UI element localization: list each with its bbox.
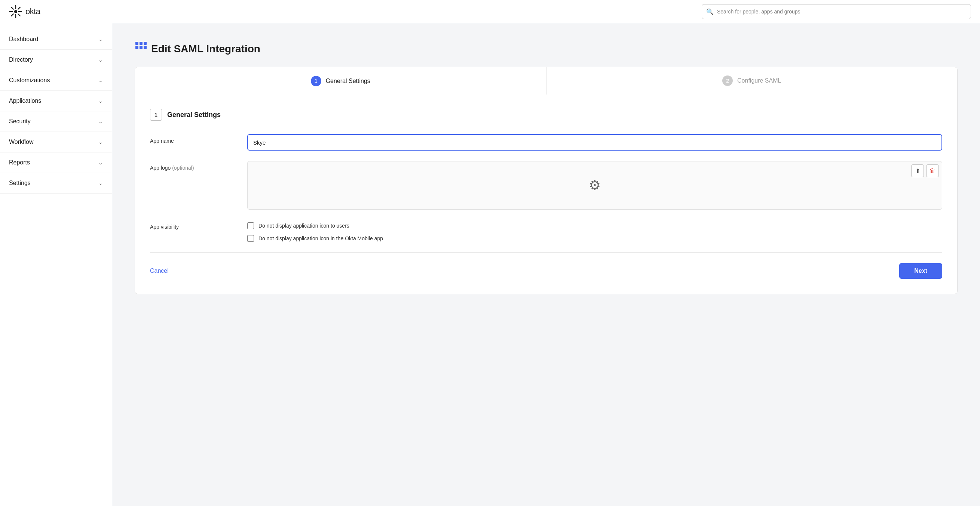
svg-line-6 <box>18 14 20 16</box>
svg-rect-12 <box>135 46 138 49</box>
app-visibility-field: App visibility Do not display applicatio… <box>150 220 942 242</box>
cancel-button[interactable]: Cancel <box>150 265 169 277</box>
svg-line-7 <box>18 7 20 9</box>
visibility-option-users[interactable]: Do not display application icon to users <box>247 222 942 229</box>
sidebar-item-dashboard[interactable]: Dashboard ⌄ <box>0 29 112 50</box>
sidebar-item-applications[interactable]: Applications ⌄ <box>0 91 112 111</box>
app-logo-input-wrap: ⬆ 🗑 ⚙ <box>247 161 942 209</box>
chevron-down-icon: ⌄ <box>99 77 103 83</box>
svg-rect-13 <box>140 46 143 49</box>
app-visibility-label: App visibility <box>150 220 232 230</box>
section-number: 1 <box>150 109 162 121</box>
saml-grid-icon <box>135 41 147 56</box>
tab-general-settings[interactable]: 1 General Settings <box>135 67 546 95</box>
svg-line-8 <box>11 14 13 16</box>
sidebar-item-workflow[interactable]: Workflow ⌄ <box>0 132 112 152</box>
logo-upload-buttons: ⬆ 🗑 <box>911 165 939 177</box>
form-card: 1 General Settings App name App logo (op… <box>135 95 958 294</box>
visibility-users-checkbox[interactable] <box>247 222 254 229</box>
step1-badge: 1 <box>311 76 321 86</box>
app-name-input-wrap <box>247 134 942 151</box>
navbar: okta 🔍 <box>0 0 980 23</box>
section-title-row: 1 General Settings <box>150 109 942 121</box>
sidebar: Dashboard ⌄ Directory ⌄ Customizations ⌄… <box>0 23 112 506</box>
sidebar-item-label: Dashboard <box>9 36 38 43</box>
okta-logo: okta <box>9 5 40 18</box>
app-name-field: App name <box>150 134 942 151</box>
tab-configure-saml[interactable]: 2 Configure SAML <box>546 67 958 95</box>
page-title: Edit SAML Integration <box>151 43 260 55</box>
form-footer: Cancel Next <box>150 252 942 279</box>
okta-sunburst-icon <box>9 5 22 18</box>
step2-badge: 2 <box>722 76 733 86</box>
step2-label: Configure SAML <box>737 77 781 84</box>
steps-tabs: 1 General Settings 2 Configure SAML <box>135 67 958 95</box>
app-logo-field: App logo (optional) ⬆ 🗑 ⚙ <box>150 161 942 209</box>
chevron-down-icon: ⌄ <box>99 180 103 186</box>
sidebar-item-security[interactable]: Security ⌄ <box>0 111 112 132</box>
sidebar-item-settings[interactable]: Settings ⌄ <box>0 173 112 194</box>
page-title-row: Edit SAML Integration <box>135 41 958 56</box>
sidebar-item-customizations[interactable]: Customizations ⌄ <box>0 70 112 91</box>
chevron-down-icon: ⌄ <box>99 98 103 104</box>
svg-point-0 <box>14 10 17 13</box>
svg-rect-10 <box>140 42 143 45</box>
app-name-label: App name <box>150 134 232 144</box>
visibility-mobile-label: Do not display application icon in the O… <box>258 235 383 241</box>
app-logo-label: App logo (optional) <box>150 161 232 171</box>
search-icon: 🔍 <box>706 8 714 15</box>
sidebar-item-label: Directory <box>9 56 33 63</box>
app-layout: Dashboard ⌄ Directory ⌄ Customizations ⌄… <box>0 23 980 506</box>
upload-logo-button[interactable]: ⬆ <box>911 165 924 177</box>
okta-wordmark: okta <box>25 7 40 16</box>
svg-rect-9 <box>135 42 138 45</box>
chevron-down-icon: ⌄ <box>99 160 103 165</box>
delete-logo-button[interactable]: 🗑 <box>926 165 939 177</box>
chevron-down-icon: ⌄ <box>99 57 103 63</box>
sidebar-item-directory[interactable]: Directory ⌄ <box>0 50 112 70</box>
visibility-option-mobile[interactable]: Do not display application icon in the O… <box>247 235 942 242</box>
sidebar-item-label: Applications <box>9 98 41 104</box>
search-bar: 🔍 <box>702 4 971 19</box>
chevron-down-icon: ⌄ <box>99 119 103 124</box>
sidebar-item-label: Reports <box>9 159 30 166</box>
logo-upload-area: ⬆ 🗑 ⚙ <box>247 161 942 209</box>
next-button[interactable]: Next <box>899 263 942 279</box>
sidebar-item-label: Customizations <box>9 77 50 84</box>
main-content: Edit SAML Integration 1 General Settings… <box>112 23 980 506</box>
svg-line-5 <box>11 7 13 9</box>
chevron-down-icon: ⌄ <box>99 139 103 145</box>
section-title: General Settings <box>167 111 221 119</box>
sidebar-item-label: Security <box>9 118 31 125</box>
sidebar-item-label: Workflow <box>9 139 33 145</box>
app-name-input[interactable] <box>247 134 942 151</box>
step1-label: General Settings <box>326 78 370 84</box>
sidebar-item-reports[interactable]: Reports ⌄ <box>0 152 112 173</box>
visibility-users-label: Do not display application icon to users <box>258 223 349 229</box>
visibility-mobile-checkbox[interactable] <box>247 235 254 242</box>
chevron-down-icon: ⌄ <box>99 36 103 42</box>
visibility-radio-group: Do not display application icon to users… <box>247 220 942 242</box>
app-visibility-options: Do not display application icon to users… <box>247 220 942 242</box>
search-input[interactable] <box>702 4 971 19</box>
svg-rect-14 <box>144 46 146 49</box>
gear-icon: ⚙ <box>589 178 601 193</box>
svg-rect-11 <box>144 42 146 45</box>
sidebar-item-label: Settings <box>9 180 31 187</box>
